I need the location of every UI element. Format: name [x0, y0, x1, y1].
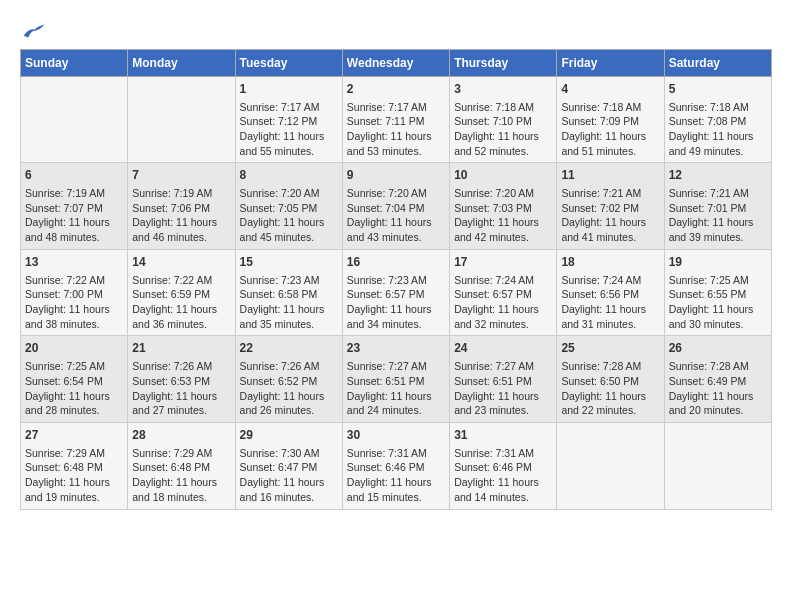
calendar-cell: 17Sunrise: 7:24 AMSunset: 6:57 PMDayligh…	[450, 249, 557, 336]
cell-content: Sunrise: 7:19 AMSunset: 7:07 PMDaylight:…	[25, 186, 123, 245]
day-number: 18	[561, 254, 659, 271]
day-number: 16	[347, 254, 445, 271]
day-header-wednesday: Wednesday	[342, 49, 449, 76]
day-number: 13	[25, 254, 123, 271]
calendar-cell: 23Sunrise: 7:27 AMSunset: 6:51 PMDayligh…	[342, 336, 449, 423]
day-header-monday: Monday	[128, 49, 235, 76]
cell-content: Sunrise: 7:21 AMSunset: 7:02 PMDaylight:…	[561, 186, 659, 245]
cell-content: Sunrise: 7:23 AMSunset: 6:58 PMDaylight:…	[240, 273, 338, 332]
calendar-cell: 10Sunrise: 7:20 AMSunset: 7:03 PMDayligh…	[450, 163, 557, 250]
day-number: 15	[240, 254, 338, 271]
day-number: 5	[669, 81, 767, 98]
calendar-week-row: 27Sunrise: 7:29 AMSunset: 6:48 PMDayligh…	[21, 422, 772, 509]
day-number: 25	[561, 340, 659, 357]
day-number: 28	[132, 427, 230, 444]
day-number: 26	[669, 340, 767, 357]
day-number: 20	[25, 340, 123, 357]
calendar-cell	[21, 76, 128, 163]
logo-bird-icon	[22, 21, 46, 41]
cell-content: Sunrise: 7:20 AMSunset: 7:05 PMDaylight:…	[240, 186, 338, 245]
day-number: 8	[240, 167, 338, 184]
calendar-cell: 16Sunrise: 7:23 AMSunset: 6:57 PMDayligh…	[342, 249, 449, 336]
calendar-cell: 15Sunrise: 7:23 AMSunset: 6:58 PMDayligh…	[235, 249, 342, 336]
day-number: 30	[347, 427, 445, 444]
day-number: 19	[669, 254, 767, 271]
calendar-cell: 12Sunrise: 7:21 AMSunset: 7:01 PMDayligh…	[664, 163, 771, 250]
calendar-cell: 24Sunrise: 7:27 AMSunset: 6:51 PMDayligh…	[450, 336, 557, 423]
cell-content: Sunrise: 7:26 AMSunset: 6:52 PMDaylight:…	[240, 359, 338, 418]
day-number: 9	[347, 167, 445, 184]
calendar-week-row: 6Sunrise: 7:19 AMSunset: 7:07 PMDaylight…	[21, 163, 772, 250]
calendar-header-row: SundayMondayTuesdayWednesdayThursdayFrid…	[21, 49, 772, 76]
calendar-cell: 31Sunrise: 7:31 AMSunset: 6:46 PMDayligh…	[450, 422, 557, 509]
calendar-cell: 19Sunrise: 7:25 AMSunset: 6:55 PMDayligh…	[664, 249, 771, 336]
cell-content: Sunrise: 7:28 AMSunset: 6:50 PMDaylight:…	[561, 359, 659, 418]
calendar-cell	[557, 422, 664, 509]
calendar-cell: 5Sunrise: 7:18 AMSunset: 7:08 PMDaylight…	[664, 76, 771, 163]
cell-content: Sunrise: 7:29 AMSunset: 6:48 PMDaylight:…	[132, 446, 230, 505]
calendar-cell: 4Sunrise: 7:18 AMSunset: 7:09 PMDaylight…	[557, 76, 664, 163]
calendar-cell: 28Sunrise: 7:29 AMSunset: 6:48 PMDayligh…	[128, 422, 235, 509]
cell-content: Sunrise: 7:31 AMSunset: 6:46 PMDaylight:…	[454, 446, 552, 505]
day-number: 14	[132, 254, 230, 271]
calendar-table: SundayMondayTuesdayWednesdayThursdayFrid…	[20, 49, 772, 510]
calendar-cell: 6Sunrise: 7:19 AMSunset: 7:07 PMDaylight…	[21, 163, 128, 250]
day-number: 17	[454, 254, 552, 271]
day-number: 31	[454, 427, 552, 444]
day-header-friday: Friday	[557, 49, 664, 76]
cell-content: Sunrise: 7:20 AMSunset: 7:04 PMDaylight:…	[347, 186, 445, 245]
cell-content: Sunrise: 7:24 AMSunset: 6:56 PMDaylight:…	[561, 273, 659, 332]
calendar-cell: 2Sunrise: 7:17 AMSunset: 7:11 PMDaylight…	[342, 76, 449, 163]
cell-content: Sunrise: 7:20 AMSunset: 7:03 PMDaylight:…	[454, 186, 552, 245]
day-number: 6	[25, 167, 123, 184]
calendar-cell: 20Sunrise: 7:25 AMSunset: 6:54 PMDayligh…	[21, 336, 128, 423]
calendar-cell: 9Sunrise: 7:20 AMSunset: 7:04 PMDaylight…	[342, 163, 449, 250]
calendar-cell: 3Sunrise: 7:18 AMSunset: 7:10 PMDaylight…	[450, 76, 557, 163]
calendar-week-row: 20Sunrise: 7:25 AMSunset: 6:54 PMDayligh…	[21, 336, 772, 423]
day-number: 12	[669, 167, 767, 184]
cell-content: Sunrise: 7:24 AMSunset: 6:57 PMDaylight:…	[454, 273, 552, 332]
day-number: 24	[454, 340, 552, 357]
day-number: 21	[132, 340, 230, 357]
calendar-cell: 21Sunrise: 7:26 AMSunset: 6:53 PMDayligh…	[128, 336, 235, 423]
cell-content: Sunrise: 7:29 AMSunset: 6:48 PMDaylight:…	[25, 446, 123, 505]
day-number: 27	[25, 427, 123, 444]
cell-content: Sunrise: 7:17 AMSunset: 7:12 PMDaylight:…	[240, 100, 338, 159]
calendar-cell	[128, 76, 235, 163]
day-number: 11	[561, 167, 659, 184]
cell-content: Sunrise: 7:18 AMSunset: 7:10 PMDaylight:…	[454, 100, 552, 159]
day-number: 1	[240, 81, 338, 98]
calendar-cell: 7Sunrise: 7:19 AMSunset: 7:06 PMDaylight…	[128, 163, 235, 250]
cell-content: Sunrise: 7:18 AMSunset: 7:08 PMDaylight:…	[669, 100, 767, 159]
cell-content: Sunrise: 7:25 AMSunset: 6:55 PMDaylight:…	[669, 273, 767, 332]
day-number: 29	[240, 427, 338, 444]
cell-content: Sunrise: 7:27 AMSunset: 6:51 PMDaylight:…	[347, 359, 445, 418]
cell-content: Sunrise: 7:21 AMSunset: 7:01 PMDaylight:…	[669, 186, 767, 245]
calendar-cell: 13Sunrise: 7:22 AMSunset: 7:00 PMDayligh…	[21, 249, 128, 336]
calendar-cell: 30Sunrise: 7:31 AMSunset: 6:46 PMDayligh…	[342, 422, 449, 509]
calendar-week-row: 13Sunrise: 7:22 AMSunset: 7:00 PMDayligh…	[21, 249, 772, 336]
cell-content: Sunrise: 7:27 AMSunset: 6:51 PMDaylight:…	[454, 359, 552, 418]
day-number: 4	[561, 81, 659, 98]
logo	[20, 20, 46, 41]
calendar-cell: 18Sunrise: 7:24 AMSunset: 6:56 PMDayligh…	[557, 249, 664, 336]
day-header-thursday: Thursday	[450, 49, 557, 76]
cell-content: Sunrise: 7:22 AMSunset: 7:00 PMDaylight:…	[25, 273, 123, 332]
cell-content: Sunrise: 7:18 AMSunset: 7:09 PMDaylight:…	[561, 100, 659, 159]
calendar-cell: 25Sunrise: 7:28 AMSunset: 6:50 PMDayligh…	[557, 336, 664, 423]
cell-content: Sunrise: 7:19 AMSunset: 7:06 PMDaylight:…	[132, 186, 230, 245]
day-header-tuesday: Tuesday	[235, 49, 342, 76]
cell-content: Sunrise: 7:26 AMSunset: 6:53 PMDaylight:…	[132, 359, 230, 418]
cell-content: Sunrise: 7:22 AMSunset: 6:59 PMDaylight:…	[132, 273, 230, 332]
cell-content: Sunrise: 7:17 AMSunset: 7:11 PMDaylight:…	[347, 100, 445, 159]
calendar-cell: 11Sunrise: 7:21 AMSunset: 7:02 PMDayligh…	[557, 163, 664, 250]
day-number: 7	[132, 167, 230, 184]
day-number: 23	[347, 340, 445, 357]
cell-content: Sunrise: 7:23 AMSunset: 6:57 PMDaylight:…	[347, 273, 445, 332]
day-number: 22	[240, 340, 338, 357]
day-header-saturday: Saturday	[664, 49, 771, 76]
calendar-cell: 29Sunrise: 7:30 AMSunset: 6:47 PMDayligh…	[235, 422, 342, 509]
day-number: 10	[454, 167, 552, 184]
page-header	[20, 20, 772, 41]
calendar-cell: 8Sunrise: 7:20 AMSunset: 7:05 PMDaylight…	[235, 163, 342, 250]
